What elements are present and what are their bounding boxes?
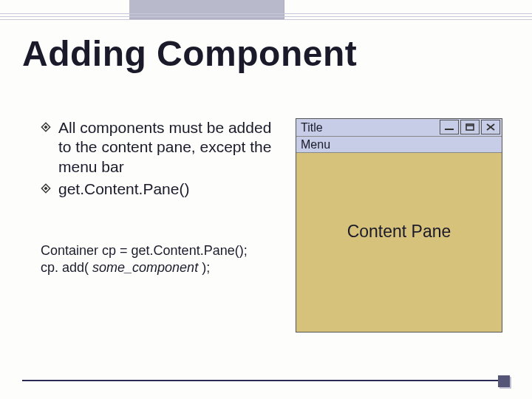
list-item: All components must be added to the cont… [41, 118, 281, 177]
decoration-line [0, 13, 532, 14]
bullet-text: All components must be added to the cont… [58, 119, 271, 175]
bullet-list: All components must be added to the cont… [41, 118, 281, 202]
window-menu-label: Menu [301, 138, 330, 151]
svg-rect-3 [44, 186, 47, 190]
close-icon [484, 122, 497, 132]
svg-rect-5 [466, 124, 474, 130]
window-buttons [440, 120, 500, 134]
content-pane-label: Content Pane [347, 222, 451, 242]
code-line: Container cp = get.Content.Pane(); [41, 242, 281, 259]
list-item: get.Content.Pane() [41, 180, 281, 199]
window-menubar: Menu [296, 137, 502, 153]
left-column: All components must be added to the cont… [41, 118, 281, 355]
slide-body: All components must be added to the cont… [41, 118, 510, 355]
code-text: ); [198, 260, 210, 275]
decoration-line [0, 16, 532, 17]
code-snippet: Container cp = get.Content.Pane(); cp. a… [41, 242, 281, 277]
slide-top-decoration [0, 0, 532, 22]
svg-rect-1 [44, 125, 47, 129]
bullet-text: get.Content.Pane() [58, 180, 189, 197]
minimize-icon [443, 122, 456, 132]
code-line: cp. add( some_component ); [41, 259, 281, 276]
diamond-icon [41, 183, 51, 194]
slide-title: Adding Component [22, 33, 357, 74]
window-content-pane: Content Pane [296, 153, 502, 332]
code-text: cp. add( [41, 260, 92, 275]
slide-corner-decoration [498, 375, 510, 387]
right-column: Title [296, 118, 510, 355]
window-titlebar: Title [296, 119, 502, 137]
window-title-label: Title [301, 121, 323, 134]
decoration-line [0, 19, 532, 20]
slide-bottom-rule [22, 380, 510, 381]
code-identifier: some_component [92, 260, 198, 275]
diamond-icon [41, 122, 51, 132]
minimize-button [440, 120, 459, 134]
maximize-button [460, 120, 480, 134]
maximize-icon [463, 122, 477, 132]
close-button [481, 120, 500, 134]
window-diagram: Title [296, 118, 502, 332]
